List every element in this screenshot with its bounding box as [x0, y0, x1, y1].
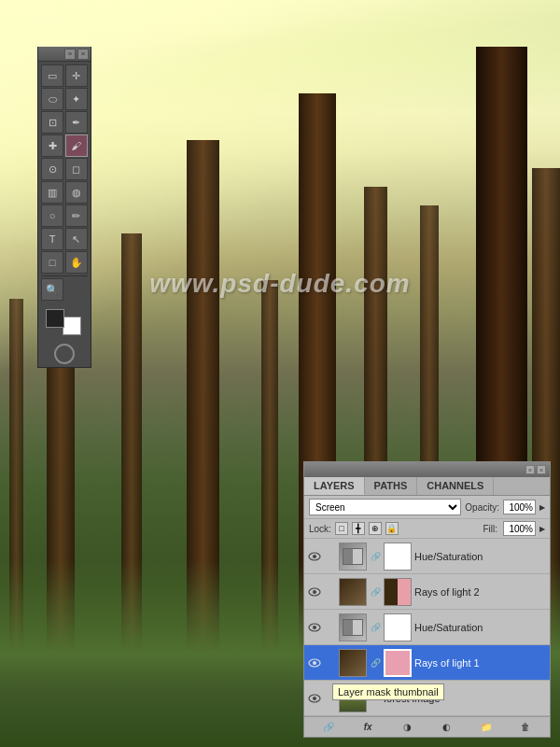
lock-pixels-icon[interactable]: ╋ — [352, 522, 365, 535]
blur-tool[interactable]: ◍ — [65, 181, 88, 204]
layer-link-hue-sat-2[interactable]: 🔗 — [370, 551, 381, 562]
dodge-tool[interactable]: ○ — [41, 204, 63, 227]
layer-row-rays-1[interactable]: 🔗 Rays of light 1 Layer mask thumbnail — [304, 645, 550, 681]
gradient-tool[interactable]: ▥ — [41, 181, 63, 204]
layer-visibility-forest[interactable] — [307, 691, 322, 706]
layer-link-hue-sat-1[interactable]: 🔗 — [370, 622, 381, 633]
new-adjustment-button[interactable]: ◐ — [440, 721, 455, 734]
opacity-label: Opacity: — [465, 502, 499, 513]
shape-tool[interactable]: □ — [41, 251, 63, 274]
fill-input[interactable] — [503, 521, 536, 536]
layer-chain-rays-2 — [325, 586, 336, 598]
layer-visibility-rays-2[interactable] — [307, 585, 322, 599]
layer-link-rays-2[interactable]: 🔗 — [370, 586, 381, 598]
tab-layers[interactable]: LAYERS — [304, 477, 365, 495]
lock-transparency-icon[interactable]: □ — [335, 522, 348, 535]
healing-brush-tool[interactable]: ✚ — [41, 134, 63, 157]
toolbar-panel: » × ▭ ✛ ⬭ ✦ ⊡ ✒ ✚ 🖌 ⊙ ◻ ▥ ◍ ○ ✏ T ↖ □ ✋ … — [37, 47, 91, 368]
layer-link-rays-1[interactable]: 🔗 — [370, 657, 381, 669]
hand-tool[interactable]: ✋ — [65, 251, 88, 274]
layer-thumb-forest[interactable] — [339, 684, 367, 712]
crop-tool[interactable]: ⊡ — [41, 111, 63, 134]
layer-name-hue-sat-2: Hue/Saturation — [414, 551, 547, 562]
layer-thumb-rays-1[interactable] — [339, 649, 367, 677]
svg-point-9 — [313, 697, 316, 700]
svg-point-7 — [313, 661, 316, 665]
layer-name-rays-2: Rays of light 2 — [414, 586, 547, 598]
layer-mask-rays-2[interactable] — [384, 578, 412, 606]
layers-list: 🔗 Hue/Saturation 🔗 Rays of light 2 🔗 — [304, 539, 550, 716]
blend-mode-row: Screen Normal Multiply Overlay Opacity: … — [304, 496, 550, 519]
lock-label: Lock: — [309, 524, 331, 534]
marquee-rect-tool[interactable]: ▭ — [41, 64, 63, 87]
move-tool[interactable]: ✛ — [65, 64, 88, 87]
lock-row: Lock: □ ╋ ⊕ 🔒 Fill: ▶ — [304, 519, 550, 539]
layer-row-hue-sat-1[interactable]: 🔗 Hue/Saturation — [304, 610, 550, 645]
toolbar-header: » × — [38, 47, 91, 62]
foreground-color-swatch[interactable] — [46, 309, 64, 328]
panel-expand-icon[interactable]: » — [525, 465, 535, 474]
tools-grid: ▭ ✛ ⬭ ✦ ⊡ ✒ ✚ 🖌 ⊙ ◻ ▥ ◍ ○ ✏ T ↖ □ ✋ 🔍 — [38, 62, 91, 303]
delete-layer-button[interactable]: 🗑 — [518, 721, 533, 734]
pen-tool[interactable]: ✏ — [65, 204, 88, 227]
layer-mask-hue-sat-1[interactable] — [384, 613, 412, 641]
svg-point-3 — [313, 590, 316, 594]
layer-name-rays-1: Rays of light 1 — [414, 657, 547, 669]
add-mask-button[interactable]: ◑ — [399, 721, 414, 734]
toolbar-close-btn[interactable]: × — [77, 49, 89, 60]
blend-mode-select[interactable]: Screen Normal Multiply Overlay — [309, 499, 461, 515]
layers-bottom-toolbar: 🔗 fx ◑ ◐ 📁 🗑 — [304, 716, 550, 737]
text-tool[interactable]: T — [41, 228, 63, 250]
layer-visibility-rays-1[interactable] — [307, 655, 322, 670]
zoom-tool[interactable]: 🔍 — [41, 278, 63, 301]
layer-thumb-rays-2[interactable] — [339, 578, 367, 606]
layer-thumb-hue-sat-2[interactable] — [339, 543, 367, 571]
background-color-swatch[interactable] — [63, 317, 81, 335]
layers-panel-header: » × — [304, 462, 550, 477]
opacity-arrow-icon[interactable]: ▶ — [539, 503, 545, 512]
layer-chain-hue-sat-1 — [325, 622, 336, 633]
layers-panel: » × LAYERS PATHS CHANNELS Screen Normal … — [303, 461, 551, 738]
svg-point-1 — [313, 555, 316, 558]
brush-tool[interactable]: 🖌 — [65, 134, 88, 157]
layer-name-hue-sat-1: Hue/Saturation — [414, 622, 547, 633]
layer-visibility-hue-sat-1[interactable] — [307, 620, 322, 635]
layer-mask-hue-sat-2[interactable] — [384, 543, 412, 571]
fill-label: Fill: — [483, 524, 497, 534]
lasso-tool[interactable]: ⬭ — [41, 88, 63, 110]
layer-chain-rays-1 — [325, 657, 336, 669]
tab-channels[interactable]: CHANNELS — [417, 477, 494, 495]
hue-sat-icon-1 — [343, 619, 363, 636]
clone-stamp-tool[interactable]: ⊙ — [41, 158, 63, 180]
lock-all-icon[interactable]: 🔒 — [385, 522, 399, 535]
layer-visibility-hue-sat-2[interactable] — [307, 549, 322, 564]
quick-mask-area — [38, 341, 91, 367]
layer-mask-rays-1[interactable] — [384, 649, 412, 677]
hue-sat-icon-2 — [343, 548, 363, 565]
eyedropper-tool[interactable]: ✒ — [65, 111, 88, 134]
toolbar-expand-btn[interactable]: » — [64, 49, 76, 60]
magic-wand-tool[interactable]: ✦ — [65, 88, 88, 110]
layer-thumb-hue-sat-1[interactable] — [339, 613, 367, 641]
layer-chain-forest — [325, 693, 336, 704]
layer-link-forest — [370, 693, 381, 704]
panel-close-icon[interactable]: × — [537, 465, 546, 474]
layers-panel-tabs: LAYERS PATHS CHANNELS — [304, 477, 550, 496]
link-layers-button[interactable]: 🔗 — [321, 721, 336, 734]
new-group-button[interactable]: 📁 — [479, 721, 494, 734]
layer-row-forest[interactable]: forest image — [304, 681, 550, 716]
eraser-tool[interactable]: ◻ — [65, 158, 88, 180]
quick-mask-icon[interactable] — [54, 344, 75, 364]
foreground-background-colors — [38, 303, 91, 341]
lock-position-icon[interactable]: ⊕ — [369, 522, 382, 535]
layer-chain-hue-sat-2 — [325, 551, 336, 562]
layer-effects-button[interactable]: fx — [360, 721, 375, 734]
tab-paths[interactable]: PATHS — [365, 477, 418, 495]
layer-row-hue-sat-2[interactable]: 🔗 Hue/Saturation — [304, 539, 550, 574]
svg-point-5 — [313, 626, 316, 629]
path-select-tool[interactable]: ↖ — [65, 228, 88, 250]
layer-name-forest: forest image — [384, 693, 547, 704]
opacity-input[interactable] — [503, 500, 536, 514]
layer-row-rays-2[interactable]: 🔗 Rays of light 2 — [304, 574, 550, 610]
fill-arrow-icon[interactable]: ▶ — [539, 525, 545, 533]
